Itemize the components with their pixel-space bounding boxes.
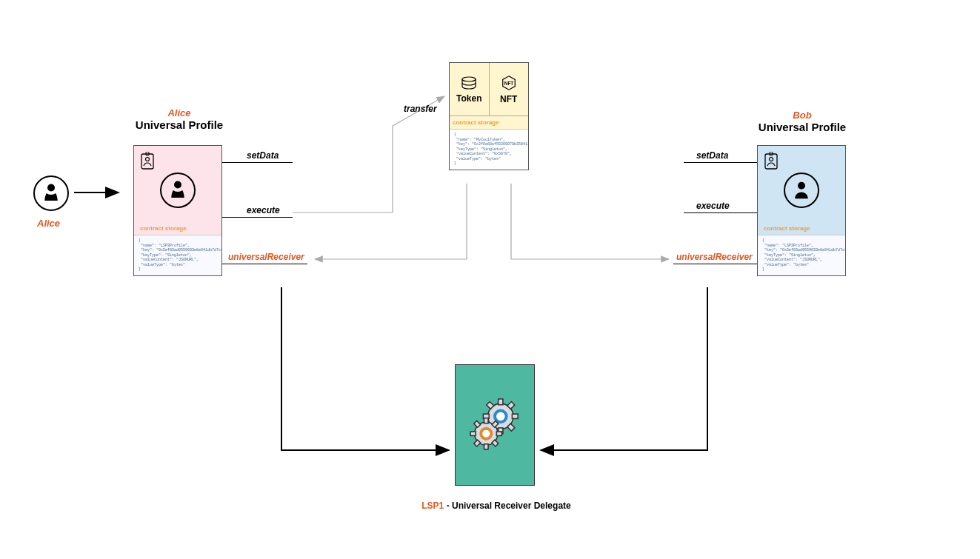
alice-setdata-label: setData (247, 150, 279, 161)
bob-execute-line (684, 212, 757, 213)
bob-ur-label: universalReceiver (676, 252, 753, 262)
alice-actor-label: Alice (37, 218, 60, 229)
svg-text:NFT: NFT (504, 80, 514, 85)
svg-point-10 (495, 411, 507, 423)
alice-execute-line (222, 217, 293, 218)
alice-ur-label: universalReceiver (228, 252, 304, 262)
alice-code-block: { "name": "LSP3Profile", "key": "0x5ef83… (134, 235, 221, 275)
bob-avatar-icon (784, 173, 819, 208)
token-nft-box: Token NFT NFT contract storage { "name":… (449, 62, 529, 170)
alice-avatar-icon (160, 173, 196, 208)
svg-rect-21 (484, 418, 488, 424)
bob-execute-label: execute (696, 201, 730, 211)
svg-point-7 (462, 77, 476, 81)
delegate-box (455, 364, 535, 486)
svg-rect-23 (470, 432, 476, 435)
svg-point-5 (770, 158, 773, 161)
svg-point-2 (146, 158, 150, 161)
nft-hex-icon: NFT (501, 75, 517, 91)
id-badge-icon (764, 152, 779, 170)
alice-setdata-line (222, 162, 293, 163)
svg-rect-24 (496, 432, 501, 435)
bob-ur-line (673, 264, 757, 264)
svg-rect-11 (499, 399, 503, 405)
delegate-caption: LSP1 - Universal Receiver Delegate (415, 501, 578, 511)
svg-rect-22 (484, 444, 488, 449)
alice-ur-line (222, 264, 307, 264)
svg-point-20 (481, 429, 491, 439)
bob-code-block: { "name": "LSP3Profile", "key": "0x5ef83… (758, 235, 845, 275)
alice-actor-avatar (33, 175, 69, 211)
bob-setdata-line (684, 162, 757, 163)
bob-setdata-label: setData (696, 150, 728, 161)
alice-profile-box: contract storage { "name": "LSP3Profile"… (133, 145, 222, 276)
person-female-icon (40, 182, 62, 204)
id-badge-icon (140, 152, 155, 170)
alice-profile-title: Alice Universal Profile (105, 107, 253, 131)
svg-rect-14 (512, 414, 518, 418)
transfer-label: transfer (404, 104, 437, 114)
gears-icon (466, 396, 524, 454)
coins-icon (460, 76, 478, 90)
alice-execute-label: execute (247, 205, 280, 215)
bob-profile-title: Bob Universal Profile (728, 110, 876, 133)
token-code-block: { "name": "MyCoolToken", "key": "0x2f0a6… (450, 129, 528, 170)
bob-profile-box: contract storage { "name": "LSP3Profile"… (757, 145, 846, 276)
